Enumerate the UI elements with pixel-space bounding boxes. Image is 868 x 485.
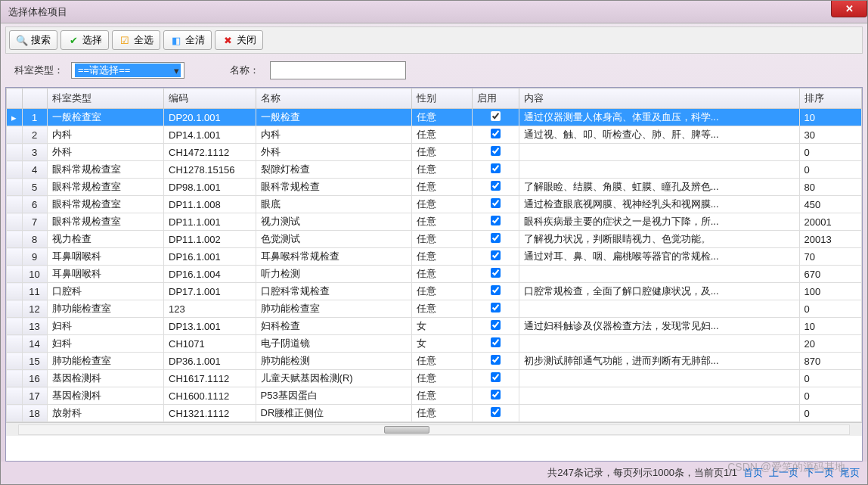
select-all-button[interactable]: ☑ 全选	[112, 30, 160, 50]
cell-enable[interactable]	[472, 300, 519, 318]
col-name[interactable]: 名称	[256, 89, 411, 109]
table-row[interactable]: 7眼科常规检查室DP11.1.001视力测试任意眼科疾病最主要的症状之一是视力下…	[7, 213, 862, 231]
enable-checkbox[interactable]	[491, 233, 501, 243]
cell-enable[interactable]	[472, 144, 519, 161]
cell-code: CH1278.15156	[164, 161, 256, 179]
scrollbar-thumb[interactable]	[384, 426, 429, 434]
table-row[interactable]: ▸1一般检查室DP20.1.001一般检查任意通过仪器测量人体身高、体重及血压，…	[7, 109, 862, 126]
table-row[interactable]: 9耳鼻咽喉科DP16.1.001耳鼻喉科常规检查任意通过对耳、鼻、咽、扁桃喉等器…	[7, 248, 862, 266]
close-toolbar-button[interactable]: ✖ 关闭	[215, 30, 263, 50]
cell-enable[interactable]	[472, 370, 519, 387]
row-number: 15	[22, 353, 47, 370]
pager-last[interactable]: 尾页	[840, 466, 860, 480]
enable-checkbox[interactable]	[491, 146, 501, 156]
table-row[interactable]: 5眼科常规检查室DP98.1.001眼科常规检查任意了解眼睑、结膜、角膜、虹膜、…	[7, 179, 862, 196]
col-code[interactable]: 编码	[164, 89, 256, 109]
col-indicator[interactable]	[7, 89, 23, 109]
cell-enable[interactable]	[472, 179, 519, 196]
pager-next[interactable]: 下一页	[804, 466, 834, 480]
enable-checkbox[interactable]	[491, 372, 501, 382]
titlebar[interactable]: 选择体检项目 ✕	[1, 1, 867, 23]
close-button[interactable]: ✕	[831, 1, 867, 17]
table-row[interactable]: 2内科DP14.1.001内科任意通过视、触、叩、听检查心、肺、肝、脾等...3…	[7, 126, 862, 144]
items-table[interactable]: 科室类型 编码 名称 性别 启用 内容 排序 ▸1一般检查室DP20.1.001…	[6, 88, 862, 422]
table-row[interactable]: 15肺功能检查室DP36.1.001肺功能检测任意初步测试肺部通气功能，进而判断…	[7, 353, 862, 370]
cell-content	[519, 405, 799, 422]
cell-enable[interactable]	[472, 213, 519, 231]
table-row[interactable]: 14妇科CH1071电子阴道镜女20	[7, 335, 862, 353]
table-row[interactable]: 18放射科CH1321.1112DR腰椎正侧位任意0	[7, 405, 862, 422]
enable-checkbox[interactable]	[491, 320, 501, 330]
table-row[interactable]: 4眼科常规检查室CH1278.15156裂隙灯检查任意0	[7, 161, 862, 179]
cell-dept: 基因检测科	[47, 370, 164, 387]
cell-order: 870	[799, 353, 861, 370]
cell-enable[interactable]	[472, 405, 519, 422]
cell-enable[interactable]	[472, 353, 519, 370]
row-number: 2	[22, 126, 47, 144]
table-row[interactable]: 6眼科常规检查室DP11.1.008眼底任意通过检查眼底视网膜、视神经乳头和视网…	[7, 196, 862, 213]
enable-checkbox[interactable]	[491, 285, 501, 295]
enable-checkbox[interactable]	[491, 390, 501, 400]
name-input[interactable]	[270, 61, 406, 79]
enable-checkbox[interactable]	[491, 163, 501, 173]
row-number: 7	[22, 213, 47, 231]
table-row[interactable]: 16基因检测科CH1617.1112儿童天赋基因检测(R)任意0	[7, 370, 862, 387]
row-indicator	[7, 126, 23, 144]
cell-dept: 妇科	[47, 318, 164, 335]
row-indicator	[7, 335, 23, 353]
table-row[interactable]: 13妇科DP13.1.001妇科检查女通过妇科触诊及仪器检查方法，发现常见妇..…	[7, 318, 862, 335]
table-row[interactable]: 11口腔科DP17.1.001口腔科常规检查任意口腔常规检查，全面了解口腔健康状…	[7, 283, 862, 300]
cell-enable[interactable]	[472, 248, 519, 266]
cell-enable[interactable]	[472, 335, 519, 353]
enable-checkbox[interactable]	[491, 250, 501, 260]
clear-all-button[interactable]: ◧ 全清	[163, 30, 212, 50]
table-row[interactable]: 12肺功能检查室123肺功能检查室任意0	[7, 300, 862, 318]
cell-content: 通过视、触、叩、听检查心、肺、肝、脾等...	[519, 126, 799, 144]
table-row[interactable]: 10耳鼻咽喉科DP16.1.004听力检测任意670	[7, 266, 862, 283]
cell-enable[interactable]	[472, 109, 519, 126]
cell-enable[interactable]	[472, 126, 519, 144]
col-enable[interactable]: 启用	[472, 89, 519, 109]
pager-prev[interactable]: 上一页	[769, 466, 798, 480]
col-order[interactable]: 排序	[799, 89, 861, 109]
cell-enable[interactable]	[472, 196, 519, 213]
enable-checkbox[interactable]	[491, 198, 501, 208]
cell-name: 外科	[256, 144, 411, 161]
cell-enable[interactable]	[472, 283, 519, 300]
search-button[interactable]: 🔍 搜索	[9, 30, 57, 50]
table-row[interactable]: 8视力检查DP11.1.002色觉测试任意了解视力状况，判断眼睛视力、色觉功能。…	[7, 231, 862, 248]
cell-code: DP36.1.001	[164, 353, 256, 370]
col-gender[interactable]: 性别	[411, 89, 472, 109]
select-button[interactable]: ✔ 选择	[60, 30, 109, 50]
cell-enable[interactable]	[472, 387, 519, 405]
search-icon: 🔍	[16, 34, 28, 46]
cell-dept: 一般检查室	[47, 109, 164, 126]
enable-checkbox[interactable]	[491, 355, 501, 365]
col-dept[interactable]: 科室类型	[47, 89, 164, 109]
enable-checkbox[interactable]	[491, 337, 501, 347]
enable-checkbox[interactable]	[491, 303, 501, 312]
scrollbar-track[interactable]	[18, 424, 850, 435]
row-indicator	[7, 300, 23, 318]
enable-checkbox[interactable]	[491, 268, 501, 278]
enable-checkbox[interactable]	[491, 129, 501, 138]
cancel-icon: ✖	[222, 34, 234, 46]
cell-enable[interactable]	[472, 161, 519, 179]
table-row[interactable]: 3外科CH1472.1112外科任意0	[7, 144, 862, 161]
table-row[interactable]: 17基因检测科CH1600.1112P53基因蛋白任意0	[7, 387, 862, 405]
enable-checkbox[interactable]	[491, 111, 501, 121]
dept-type-select[interactable]: ==请选择== ▾	[71, 62, 184, 79]
cell-enable[interactable]	[472, 266, 519, 283]
cell-enable[interactable]	[472, 318, 519, 335]
col-content[interactable]: 内容	[519, 89, 799, 109]
horizontal-scrollbar[interactable]	[6, 422, 862, 436]
cell-enable[interactable]	[472, 231, 519, 248]
col-rownum[interactable]	[22, 89, 47, 109]
enable-checkbox[interactable]	[491, 407, 501, 417]
cell-dept: 基因检测科	[47, 387, 164, 405]
header-row: 科室类型 编码 名称 性别 启用 内容 排序	[7, 89, 862, 109]
pager-first[interactable]: 首页	[743, 466, 763, 480]
cell-dept: 口腔科	[47, 283, 164, 300]
enable-checkbox[interactable]	[491, 181, 501, 191]
enable-checkbox[interactable]	[491, 216, 501, 225]
